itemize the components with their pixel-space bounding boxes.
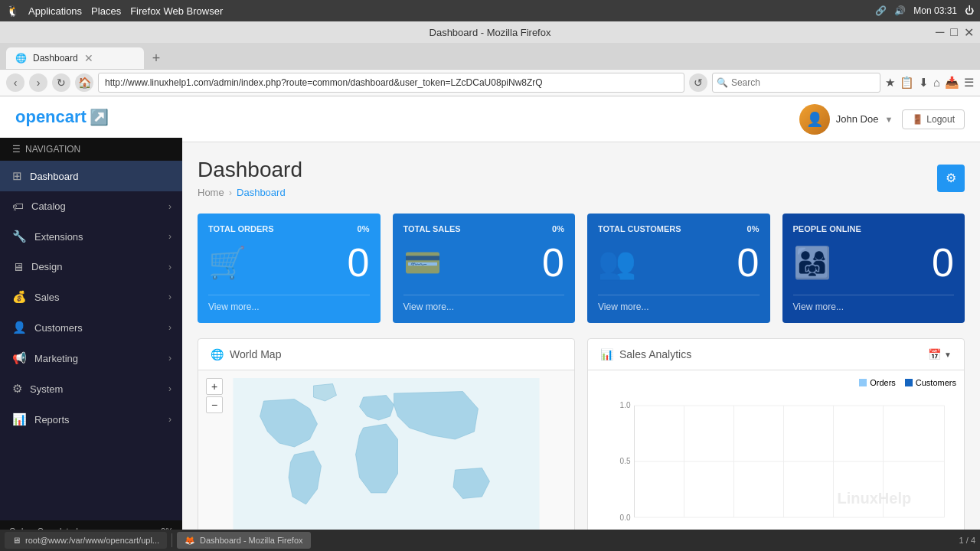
content-area: Dashboard Home › Dashboard ⚙ TOTAL ORDER…: [182, 142, 980, 551]
stat-card-total-sales-body: 💳 0: [403, 240, 565, 285]
stat-card-total-customers: TOTAL CUSTOMERS 0% 👥 0 View more...: [587, 214, 770, 323]
svg-text:1.0: 1.0: [620, 401, 631, 409]
chart-wrapper: 1.0 0.5 0.0: [596, 396, 956, 519]
back-button[interactable]: ‹: [6, 73, 24, 92]
people-online-label: PEOPLE ONLINE: [793, 224, 861, 233]
os-browser-name[interactable]: Firefox Web Browser: [130, 5, 223, 17]
taskbar-terminal-label: root@www:/var/www/opencart/upl...: [25, 536, 159, 545]
sidebar-item-dashboard[interactable]: ⊞ Dashboard: [0, 161, 182, 191]
forward-button[interactable]: ›: [29, 73, 47, 92]
taskbar-item-firefox[interactable]: 🦊 Dashboard - Mozilla Firefox: [177, 532, 311, 549]
search-wrapper: 🔍: [712, 73, 880, 93]
url-field[interactable]: [98, 73, 684, 93]
svg-text:0.5: 0.5: [620, 457, 631, 465]
sidebar-item-label-extensions: Extensions: [34, 231, 83, 243]
sidebar-item-customers[interactable]: 👤 Customers ›: [0, 312, 182, 343]
stat-card-total-sales: TOTAL SALES 0% 💳 0 View more...: [393, 214, 576, 323]
browser-tab-dashboard[interactable]: 🌐 Dashboard ✕: [6, 47, 144, 69]
sidebar-logo: opencart ↗️: [0, 96, 182, 138]
sidebar: opencart ↗️ ☰ NAVIGATION ⊞ Dashboard 🏷 C…: [0, 96, 182, 551]
page-title-section: Dashboard Home › Dashboard: [198, 158, 315, 198]
total-customers-value: 0: [737, 240, 760, 285]
sidebar-item-label-system: System: [30, 383, 63, 395]
os-applications[interactable]: Applications: [28, 5, 82, 17]
reload-button[interactable]: ↺: [689, 73, 707, 92]
stat-card-people-online: PEOPLE ONLINE 👨‍👩‍👧 0 View more...: [782, 214, 965, 323]
pocket-icon[interactable]: 📥: [945, 76, 959, 90]
svg-text:0.0: 0.0: [620, 514, 631, 522]
os-network-icon: 🔗: [875, 5, 887, 16]
app-header: 👤 John Doe ▼ 🚪 Logout: [182, 96, 980, 142]
sidebar-item-reports[interactable]: 📊 Reports ›: [0, 404, 182, 435]
calendar-dropdown-icon[interactable]: ▼: [944, 350, 952, 359]
logout-icon: 🚪: [912, 114, 923, 125]
chart-icon: 📊: [600, 348, 613, 360]
minimize-button[interactable]: ─: [936, 25, 944, 40]
logout-label: Logout: [926, 114, 955, 125]
os-places[interactable]: Places: [91, 5, 121, 17]
total-orders-value: 0: [348, 240, 370, 285]
sidebar-item-catalog[interactable]: 🏷 Catalog ›: [0, 191, 182, 221]
close-button[interactable]: ✕: [964, 25, 974, 40]
page-header: Dashboard Home › Dashboard ⚙: [198, 158, 965, 198]
total-orders-view-more[interactable]: View more...: [208, 295, 370, 312]
stats-row: TOTAL ORDERS 0% 🛒 0 View more... TOTAL S…: [198, 214, 965, 323]
total-orders-label: TOTAL ORDERS: [208, 224, 274, 233]
total-sales-pct: 0%: [552, 224, 564, 233]
sales-chart-svg: 1.0 0.5 0.0: [596, 396, 956, 527]
user-dropdown-icon[interactable]: ▼: [884, 115, 893, 124]
home-icon[interactable]: ⌂: [933, 76, 940, 90]
sidebar-item-label-catalog: Catalog: [31, 201, 66, 212]
calendar-icon[interactable]: 📅: [928, 348, 941, 360]
svg-text:LinuxHelp: LinuxHelp: [838, 490, 912, 507]
maximize-button[interactable]: □: [950, 25, 958, 40]
total-customers-pct: 0%: [747, 224, 760, 233]
tab-close-button[interactable]: ✕: [84, 52, 93, 64]
logout-button[interactable]: 🚪 Logout: [902, 109, 965, 129]
home-button[interactable]: 🏠: [75, 73, 93, 92]
os-bar-right: 🔗 🔊 Mon 03:31 ⏻: [875, 5, 974, 16]
breadcrumb-separator: ›: [229, 187, 232, 198]
design-icon: 🖥: [12, 260, 24, 273]
legend-orders-label: Orders: [870, 378, 896, 387]
taskbar-firefox-label: Dashboard - Mozilla Firefox: [200, 536, 303, 545]
os-volume-icon: 🔊: [894, 5, 906, 16]
sidebar-item-marketing[interactable]: 📢 Marketing ›: [0, 343, 182, 373]
menu-icon[interactable]: ☰: [964, 76, 974, 90]
tab-label: Dashboard: [33, 53, 78, 64]
total-customers-view-more[interactable]: View more...: [598, 295, 760, 312]
chart-header-right: 📅 ▼: [928, 348, 952, 360]
app-layout: opencart ↗️ ☰ NAVIGATION ⊞ Dashboard 🏷 C…: [0, 96, 980, 551]
taskbar: 🖥 root@www:/var/www/opencart/upl... 🦊 Da…: [0, 530, 980, 551]
sales-icon: 💰: [12, 290, 27, 304]
total-customers-label: TOTAL CUSTOMERS: [598, 224, 681, 233]
bookmark-icon[interactable]: ★: [885, 76, 895, 90]
stat-card-total-customers-body: 👥 0: [598, 240, 760, 285]
sidebar-item-label-design: Design: [31, 261, 62, 272]
browser-title: Dashboard - Mozilla Firefox: [430, 27, 551, 38]
people-online-view-more[interactable]: View more...: [793, 295, 955, 312]
refresh-button[interactable]: ↻: [52, 73, 70, 92]
map-zoom-in-button[interactable]: +: [206, 378, 223, 395]
search-input[interactable]: [712, 73, 880, 93]
download-icon[interactable]: ⬇: [919, 76, 929, 90]
total-sales-view-more[interactable]: View more...: [403, 295, 565, 312]
new-tab-button[interactable]: +: [145, 47, 167, 69]
chart-legend: Orders Customers: [859, 378, 956, 387]
customers-stat-icon: 👥: [598, 245, 636, 281]
window-controls[interactable]: ─ □ ✕: [936, 25, 974, 40]
sidebar-item-design[interactable]: 🖥 Design ›: [0, 252, 182, 282]
taskbar-item-terminal[interactable]: 🖥 root@www:/var/www/opencart/upl...: [5, 532, 167, 549]
breadcrumb-home[interactable]: Home: [198, 187, 224, 198]
reader-icon[interactable]: 📋: [900, 76, 914, 90]
sidebar-item-system[interactable]: ⚙ System ›: [0, 373, 182, 404]
sidebar-item-sales[interactable]: 💰 Sales ›: [0, 282, 182, 312]
stat-card-total-orders-body: 🛒 0: [208, 240, 370, 285]
settings-button[interactable]: ⚙: [937, 165, 965, 192]
legend-orders: Orders: [859, 378, 896, 387]
main-content: 👤 John Doe ▼ 🚪 Logout Dashboard Home › D…: [182, 96, 980, 551]
sidebar-item-extensions[interactable]: 🔧 Extensions ›: [0, 221, 182, 252]
address-bar: ‹ › ↻ 🏠 ↺ 🔍 ★ 📋 ⬇ ⌂ 📥 ☰: [0, 69, 980, 96]
sales-analytics-title: Sales Analytics: [619, 348, 691, 360]
map-zoom-out-button[interactable]: −: [206, 396, 223, 413]
